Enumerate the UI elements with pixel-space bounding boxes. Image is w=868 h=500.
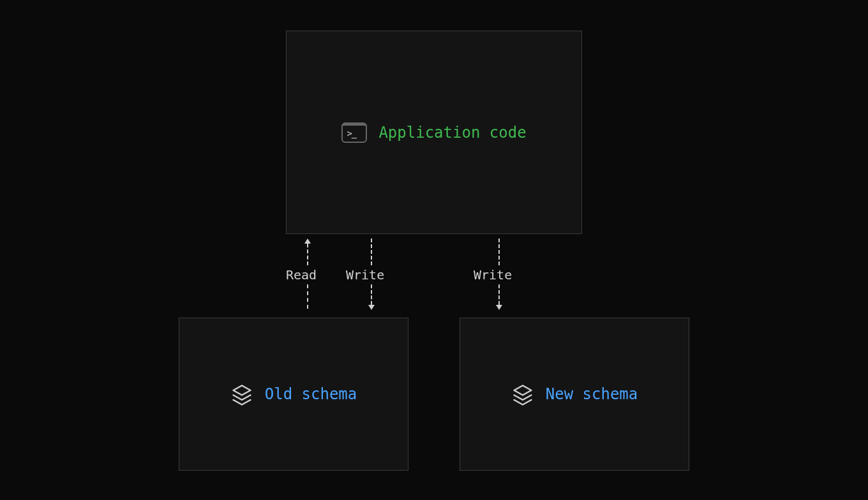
new-schema-label: New schema bbox=[546, 385, 638, 403]
application-code-box: >_ Application code bbox=[286, 31, 582, 234]
write-label-new: Write bbox=[474, 267, 512, 283]
arrowhead-up-icon bbox=[304, 239, 311, 244]
write-label-old: Write bbox=[346, 267, 384, 283]
application-code-label: Application code bbox=[378, 124, 526, 142]
layers-icon bbox=[230, 383, 253, 406]
old-schema-box: Old schema bbox=[179, 318, 408, 471]
arrowhead-down-icon bbox=[368, 305, 375, 310]
layers-icon bbox=[511, 383, 534, 406]
svg-marker-1 bbox=[514, 386, 531, 395]
svg-marker-0 bbox=[233, 386, 250, 395]
new-schema-box: New schema bbox=[460, 318, 689, 471]
arrowhead-down-icon bbox=[496, 305, 502, 310]
read-label: Read bbox=[286, 267, 317, 283]
old-schema-label: Old schema bbox=[265, 385, 357, 403]
terminal-icon: >_ bbox=[341, 122, 367, 143]
